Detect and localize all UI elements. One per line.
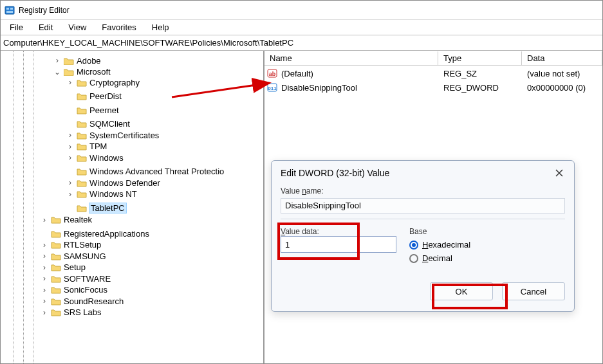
- dialog-titlebar: Edit DWORD (32-bit) Value: [272, 161, 574, 185]
- menu-edit[interactable]: Edit: [32, 21, 59, 33]
- list-header: Name Type Data: [264, 51, 602, 66]
- value-type: REG_DWORD: [438, 83, 522, 93]
- chevron-right-icon[interactable]: ›: [41, 286, 48, 295]
- value-row-disablesnippingtool[interactable]: 011DisableSnippingTool REG_DWORD 0x00000…: [264, 80, 602, 95]
- tree-label: PeerDist: [89, 91, 122, 101]
- folder-icon: [77, 120, 87, 128]
- tree-label: SOFTWARE: [64, 274, 111, 284]
- folder-icon: [77, 78, 87, 87]
- column-header-type[interactable]: Type: [438, 51, 522, 66]
- tree-node-peernet[interactable]: Peernet: [66, 105, 119, 115]
- tree-label: TPM: [89, 141, 107, 151]
- chevron-right-icon[interactable]: ›: [53, 56, 61, 65]
- chevron-right-icon[interactable]: ›: [41, 251, 48, 260]
- tree-label: RTLSetup: [64, 240, 101, 250]
- tree-node-cryptography[interactable]: ›Cryptography: [66, 78, 140, 87]
- tree-node-tabletpc[interactable]: TabletPC: [66, 203, 126, 213]
- folder-open-icon: [64, 68, 74, 76]
- tree-node-winnt[interactable]: ›Windows NT: [66, 189, 137, 199]
- tree-node-software[interactable]: ›SOFTWARE: [41, 274, 111, 284]
- menu-help[interactable]: Help: [145, 21, 176, 33]
- tree-label: Cryptography: [89, 78, 140, 87]
- dialog-title: Edit DWORD (32-bit) Value: [281, 168, 389, 178]
- tree-node-sonicfocus[interactable]: ›SonicFocus: [41, 285, 107, 295]
- folder-icon: [77, 167, 87, 176]
- close-icon: [555, 169, 563, 177]
- radio-hexadecimal[interactable]: Hexadecimal: [409, 240, 470, 250]
- tree-node-windows[interactable]: ›Windows: [66, 153, 124, 163]
- tree-node-systemcertificates[interactable]: ›SystemCertificates: [66, 131, 159, 140]
- tree-node-peerdist[interactable]: PeerDist: [66, 91, 122, 101]
- folder-icon: [51, 252, 61, 260]
- menu-favorites[interactable]: Favorites: [95, 21, 142, 33]
- menubar: File Edit View Favorites Help: [1, 20, 602, 35]
- ok-button[interactable]: OK: [430, 282, 493, 300]
- tree-node-defender[interactable]: ›Windows Defender: [66, 178, 160, 188]
- tree-node-regapps[interactable]: RegisteredApplications: [41, 229, 149, 239]
- address-bar[interactable]: Computer\HKEY_LOCAL_MACHINE\SOFTWARE\Pol…: [1, 35, 602, 51]
- edit-dword-dialog: Edit DWORD (32-bit) Value Value name: Di…: [271, 160, 575, 312]
- folder-icon: [77, 204, 87, 212]
- folder-icon: [51, 297, 61, 305]
- radio-selected-icon: [409, 241, 418, 250]
- window-title: Registry Editor: [19, 6, 70, 15]
- menu-file[interactable]: File: [3, 21, 30, 33]
- svg-text:011: 011: [268, 86, 277, 91]
- valuename-input[interactable]: DisableSnippingTool: [281, 198, 565, 214]
- chevron-down-icon[interactable]: ⌄: [53, 68, 61, 77]
- value-name: (Default): [281, 69, 313, 78]
- menu-view[interactable]: View: [62, 21, 93, 33]
- valuedata-input[interactable]: [281, 236, 396, 253]
- tree-guide-lines-2: [33, 51, 33, 363]
- folder-icon: [77, 179, 87, 187]
- chevron-right-icon[interactable]: ›: [41, 241, 48, 250]
- tree-guide-lines: [1, 51, 26, 363]
- tree-node-watp[interactable]: Windows Advanced Threat Protectio: [66, 167, 224, 176]
- tree-node-samsung[interactable]: ›SAMSUNG: [41, 251, 106, 261]
- folder-icon: [64, 57, 74, 65]
- folder-icon: [51, 241, 61, 249]
- tree-node-soundresearch[interactable]: ›SoundResearch: [41, 296, 124, 306]
- tree-node-rtlsetup[interactable]: ›RTLSetup: [41, 240, 101, 250]
- value-data: (value not set): [522, 69, 602, 78]
- tree-label: SystemCertificates: [89, 131, 159, 140]
- chevron-right-icon[interactable]: ›: [41, 296, 48, 305]
- tree-node-realtek[interactable]: ›Realtek: [41, 215, 92, 224]
- folder-icon: [77, 106, 87, 114]
- tree-node-sqmclient[interactable]: SQMClient: [66, 119, 130, 129]
- chevron-right-icon[interactable]: ›: [66, 131, 74, 140]
- tree-node-tpm[interactable]: ›TPM: [66, 141, 107, 151]
- tree-label: TabletPC: [89, 203, 126, 213]
- folder-icon: [51, 215, 61, 224]
- folder-icon: [51, 275, 61, 283]
- tree-node-adobe[interactable]: ›Adobe: [53, 56, 101, 66]
- folder-icon: [51, 308, 61, 316]
- chevron-right-icon[interactable]: ›: [66, 153, 74, 162]
- close-button[interactable]: [553, 167, 565, 179]
- chevron-right-icon[interactable]: ›: [66, 142, 74, 151]
- chevron-right-icon[interactable]: ›: [41, 308, 48, 317]
- chevron-right-icon[interactable]: ›: [41, 215, 48, 224]
- tree-node-setup[interactable]: ›Setup: [41, 262, 86, 272]
- svg-rect-3: [6, 11, 13, 13]
- value-row-default[interactable]: ab(Default) REG_SZ (value not set): [264, 66, 602, 80]
- chevron-right-icon[interactable]: ›: [41, 274, 48, 283]
- svg-rect-1: [6, 8, 9, 10]
- folder-icon: [51, 286, 61, 294]
- radio-decimal[interactable]: Decimal: [409, 253, 470, 263]
- column-header-name[interactable]: Name: [264, 51, 438, 66]
- string-value-icon: ab: [267, 68, 277, 78]
- tree-node-microsoft[interactable]: ⌄Microsoft: [53, 67, 111, 77]
- folder-icon: [77, 131, 87, 140]
- chevron-right-icon[interactable]: ›: [66, 190, 74, 199]
- chevron-right-icon[interactable]: ›: [66, 178, 74, 187]
- svg-rect-2: [10, 8, 13, 10]
- chevron-right-icon[interactable]: ›: [41, 263, 48, 272]
- tree-label: Setup: [64, 262, 86, 272]
- tree-pane[interactable]: ›Adobe ⌄Microsoft ›Cryptography PeerDist…: [1, 51, 264, 363]
- tree-label: Windows NT: [89, 189, 137, 199]
- cancel-button[interactable]: Cancel: [502, 282, 565, 300]
- tree-node-srslabs[interactable]: ›SRS Labs: [41, 307, 102, 317]
- column-header-data[interactable]: Data: [522, 51, 602, 66]
- chevron-right-icon[interactable]: ›: [66, 78, 74, 87]
